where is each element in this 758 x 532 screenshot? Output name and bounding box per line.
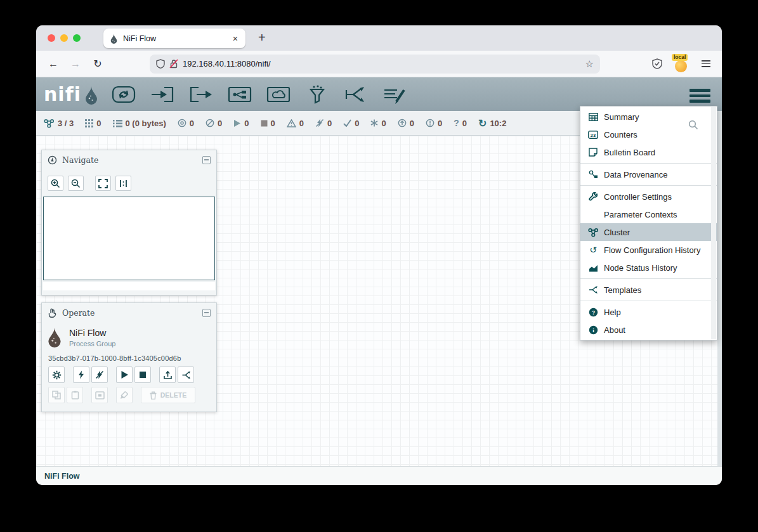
group-button[interactable]: [91, 387, 108, 403]
queued-icon: [113, 119, 122, 127]
nifi-logo-text: nifi: [44, 83, 81, 105]
collapse-operate-button[interactable]: [202, 309, 211, 317]
menu-divider: [580, 163, 717, 164]
browser-tab[interactable]: NiFi Flow ×: [103, 29, 245, 48]
fill-color-button[interactable]: [116, 387, 133, 403]
cluster-icon: [587, 228, 599, 237]
disable-button[interactable]: [91, 367, 108, 383]
navigate-compass-icon: [48, 155, 57, 165]
create-template-button[interactable]: [178, 367, 194, 383]
selected-component-info: NiFi Flow Process Group: [46, 327, 115, 347]
close-window-button[interactable]: [48, 34, 55, 42]
menu-item-data-provenance[interactable]: Data Provenance: [580, 165, 717, 183]
svg-text:?: ?: [591, 309, 594, 315]
start-button[interactable]: [116, 367, 133, 383]
navigate-header: Navigate: [42, 150, 216, 169]
stopped-icon: [261, 120, 268, 127]
delete-button[interactable]: DELETE: [141, 387, 195, 403]
zoom-fit-button[interactable]: [95, 176, 111, 191]
navigate-palette: Navigate: [41, 150, 217, 295]
operate-palette: Operate NiFi Flow Process Group 35cbd3b7…: [41, 302, 217, 412]
stale-icon: [398, 119, 407, 127]
process-group-icon[interactable]: [226, 84, 253, 105]
configure-button[interactable]: [48, 367, 65, 383]
tracking-protection-shield-icon[interactable]: [156, 59, 165, 68]
input-port-icon[interactable]: [149, 84, 176, 105]
canvas-scrollbar[interactable]: [717, 111, 722, 466]
running-icon: [233, 119, 241, 127]
breadcrumb[interactable]: NiFi Flow: [44, 472, 80, 481]
tab-title: NiFi Flow: [123, 34, 232, 43]
invalid-status: 0: [287, 119, 304, 128]
locally-modified-icon: [370, 119, 378, 127]
active-threads-status: 0: [85, 119, 101, 128]
reload-icon[interactable]: ↻: [89, 56, 106, 72]
not-transmitting-status: 0: [206, 119, 222, 128]
menu-item-help[interactable]: ? Help: [580, 303, 717, 321]
cluster-status: 3 / 3: [44, 119, 74, 128]
process-group-drop-icon: [46, 327, 63, 347]
last-refreshed-time: 10:2: [490, 119, 506, 128]
flow-configuration-history-icon: ↺: [587, 245, 599, 255]
running-status: 0: [233, 119, 249, 128]
counters-icon: 23: [587, 131, 599, 139]
menu-item-node-status-history[interactable]: Node Status History: [580, 259, 717, 276]
upload-template-button[interactable]: [159, 367, 176, 383]
forward-icon[interactable]: →: [67, 56, 84, 72]
locally-modified-stale-status: 0: [426, 119, 442, 128]
disabled-icon: [315, 119, 324, 127]
menu-item-bulletin-board[interactable]: Bulletin Board: [580, 143, 717, 161]
funnel-icon[interactable]: [304, 84, 330, 105]
component-type: Process Group: [69, 340, 115, 347]
copy-button[interactable]: [48, 387, 65, 403]
container-badge: local: [672, 54, 688, 61]
cluster-icon: [44, 119, 55, 128]
global-search-icon[interactable]: [688, 120, 698, 130]
output-port-icon[interactable]: [188, 84, 214, 105]
back-icon[interactable]: ←: [45, 56, 62, 72]
refresh-icon[interactable]: ↻: [478, 117, 487, 129]
paste-button[interactable]: [67, 387, 83, 403]
zoom-out-button[interactable]: [68, 176, 84, 191]
insecure-lock-icon[interactable]: [169, 59, 178, 68]
processor-icon[interactable]: [110, 84, 137, 105]
menu-item-controller-settings[interactable]: Controller Settings: [580, 188, 717, 205]
invalid-icon: [287, 119, 296, 127]
zoom-in-button[interactable]: [48, 176, 63, 191]
menu-item-about[interactable]: i About: [580, 321, 717, 339]
shield-check-icon[interactable]: [652, 58, 662, 69]
template-icon[interactable]: [343, 84, 369, 105]
stop-button[interactable]: [134, 367, 151, 383]
global-menu: Summary 23 Counters Bulletin Board: [580, 106, 717, 341]
url-text: 192.168.40.11:8080/nifi/: [183, 59, 581, 68]
label-icon[interactable]: [381, 84, 408, 105]
browser-toolbar: ← → ↻ 192.168.40.11:8080/nifi/ ☆ local: [36, 51, 722, 77]
browser-menu-icon[interactable]: [700, 58, 712, 70]
summary-table-icon: [587, 113, 599, 121]
remote-process-group-icon[interactable]: [265, 84, 292, 105]
birdseye-strip[interactable]: [43, 282, 215, 290]
menu-item-flow-configuration-history[interactable]: ↺ Flow Configuration History: [580, 241, 717, 259]
about-icon: i: [587, 325, 599, 335]
sync-failure-status: ? 0: [454, 118, 467, 128]
zoom-actual-size-button[interactable]: [115, 176, 131, 191]
zoom-window-button[interactable]: [73, 34, 81, 42]
menu-item-cluster[interactable]: Cluster: [580, 223, 717, 241]
container-account[interactable]: local: [674, 56, 689, 72]
birdseye-minimap[interactable]: [43, 197, 215, 280]
menu-item-parameter-contexts[interactable]: Parameter Contexts: [580, 205, 717, 223]
global-menu-icon[interactable]: [688, 88, 712, 104]
new-tab-button[interactable]: +: [254, 29, 270, 46]
browser-window: NiFi Flow × + ← → ↻ 192.168.40.11:8080/n…: [36, 25, 722, 485]
minimize-window-button[interactable]: [60, 34, 68, 42]
menu-item-templates[interactable]: Templates: [580, 281, 717, 299]
not-transmitting-icon: [206, 119, 214, 127]
menu-scrollbar[interactable]: [711, 107, 716, 339]
tab-close-icon[interactable]: ×: [232, 34, 239, 44]
enable-button[interactable]: [73, 367, 89, 383]
url-input[interactable]: 192.168.40.11:8080/nifi/ ☆: [150, 55, 600, 74]
bookmark-star-icon[interactable]: ☆: [585, 58, 594, 70]
window-controls: [48, 34, 81, 42]
collapse-navigate-button[interactable]: [202, 156, 211, 164]
stopped-status: 0: [261, 119, 275, 128]
